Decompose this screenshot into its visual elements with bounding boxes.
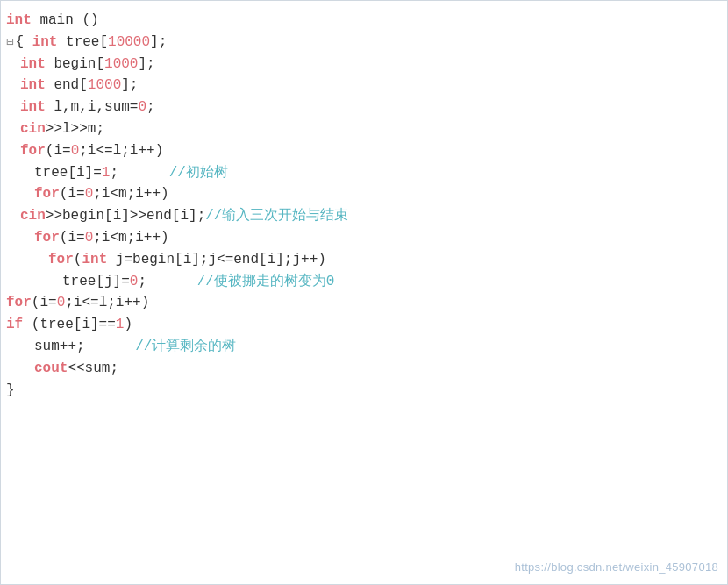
line-3: int begin[1000]; — [6, 54, 718, 75]
line-14: for(i=0;i<=l;i++) — [6, 292, 718, 314]
line-4: int end[1000]; — [6, 75, 718, 96]
line-2: ⊟{ int tree[10000]; — [6, 32, 718, 54]
line-10: cin>>begin[i]>>end[i];//输入三次开始与结束 — [6, 205, 718, 227]
line-15: if (tree[i]==1) — [6, 314, 718, 336]
keyword-int-1: int — [6, 10, 32, 32]
line-9: for(i=0;i<m;i++) — [6, 183, 718, 205]
line-18: } — [6, 380, 718, 402]
watermark: https://blog.csdn.net/weixin_45907018 — [515, 560, 718, 574]
line-11: for(i=0;i<m;i++) — [6, 227, 718, 249]
line-17: cout<<sum; — [6, 358, 718, 380]
line-13: tree[j]=0; //使被挪走的树变为0 — [6, 271, 718, 293]
line-16: sum++; //计算剩余的树 — [6, 336, 718, 358]
line-12: for(int j=begin[i];j<=end[i];j++) — [6, 249, 718, 271]
code-container: int main () ⊟{ int tree[10000]; int begi… — [0, 0, 728, 585]
code-block: int main () ⊟{ int tree[10000]; int begi… — [1, 1, 727, 410]
line-5: int l,m,i,sum=0; — [6, 96, 718, 118]
line-7: for(i=0;i<=l;i++) — [6, 140, 718, 162]
keyword-int-2: int — [32, 32, 58, 54]
line-8: tree[i]=1; //初始树 — [6, 162, 718, 184]
line-1: int main () — [6, 10, 718, 32]
line-6: cin>>l>>m; — [6, 118, 718, 140]
